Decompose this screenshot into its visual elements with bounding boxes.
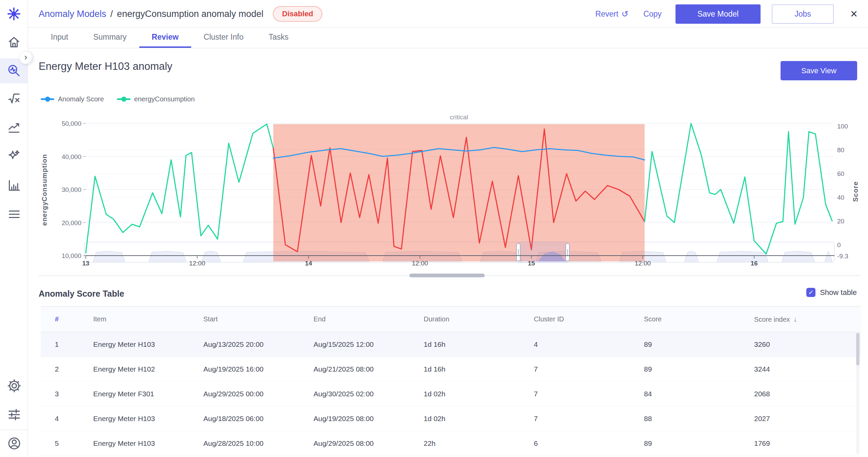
left-axis-label: 10,000 — [62, 252, 81, 259]
account-icon — [7, 436, 21, 451]
cell-score-index: 1769 — [734, 439, 861, 448]
cell-score: 89 — [624, 340, 734, 349]
cell-start: Aug/13/2025 20:00 — [183, 340, 293, 349]
column-header-score-index[interactable]: Score index↓ — [734, 315, 861, 323]
breadcrumb-separator: / — [110, 9, 113, 19]
nav-list-icon — [7, 207, 21, 221]
table-section-title: Anomaly Score Table — [39, 289, 124, 299]
cell-cluster-id: 7 — [513, 415, 624, 423]
cell-item: Energy Meter H102 — [73, 365, 183, 373]
right-axis-label: 80 — [837, 146, 844, 154]
save-model-button[interactable]: Save Model — [675, 4, 761, 24]
cell-item: Energy Meter H103 — [73, 415, 183, 423]
revert-button[interactable]: Revert ↺ — [596, 9, 629, 19]
breadcrumb-link[interactable]: Anomaly Models — [39, 9, 106, 19]
cell-score-index: 3260 — [734, 340, 861, 349]
cell--: 5 — [41, 439, 73, 448]
chart-scrollbar-thumb[interactable] — [409, 274, 485, 277]
column-header-cluster-id[interactable]: Cluster ID — [513, 315, 624, 323]
x-axis-label[interactable]: 14 — [305, 260, 312, 267]
cell-start: Aug/28/2025 10:00 — [183, 439, 293, 448]
cell-item: Energy Meter F301 — [73, 390, 183, 398]
close-icon[interactable]: × — [850, 8, 857, 20]
column-header-start[interactable]: Start — [183, 315, 293, 323]
tab-input[interactable]: Input — [38, 28, 81, 48]
right-axis-label: 20 — [837, 218, 844, 225]
legend-energyconsumption[interactable]: energyConsumption — [117, 95, 195, 103]
sidebar-divider — [0, 430, 28, 430]
column-header-score[interactable]: Score — [624, 315, 734, 323]
sidebar-item-account[interactable] — [0, 431, 28, 456]
sidebar-item-trend-metrics[interactable] — [0, 115, 28, 140]
sidebar-item-nav-list[interactable] — [0, 202, 28, 227]
settings-icon — [7, 379, 21, 393]
bar-chart-icon — [7, 179, 21, 193]
save-view-button[interactable]: Save View — [781, 61, 857, 80]
table-row[interactable]: 5Energy Meter H103Aug/28/2025 10:00Aug/2… — [41, 431, 861, 456]
x-axis-label[interactable]: 15 — [528, 260, 535, 267]
show-table-label: Show table — [820, 288, 857, 297]
table-row[interactable]: 1Energy Meter H103Aug/13/2025 20:00Aug/1… — [41, 332, 861, 357]
left-axis-label: 40,000 — [62, 153, 81, 160]
cell-start: Aug/18/2025 06:00 — [183, 415, 293, 423]
cell-cluster-id: 4 — [513, 340, 624, 349]
sidebar-item-settings[interactable] — [0, 373, 28, 398]
x-axis-label[interactable]: 13 — [82, 260, 89, 267]
status-badge: Disabled — [273, 6, 322, 22]
x-axis-label[interactable]: 12:00 — [635, 260, 651, 267]
tab-cluster-info[interactable]: Cluster Info — [191, 28, 256, 48]
tab-tasks[interactable]: Tasks — [256, 28, 301, 48]
cell-cluster-id: 7 — [513, 390, 624, 398]
cell-end: Aug/21/2025 08:00 — [293, 365, 403, 373]
table-scrollbar-thumb[interactable] — [856, 333, 860, 365]
breadcrumb: Anomaly Models / energyConsumption anoma… — [39, 0, 322, 28]
cell-end: Aug/29/2025 08:00 — [293, 439, 403, 448]
top-header: Anomaly Models / energyConsumption anoma… — [28, 0, 868, 28]
cell-duration: 1d 02h — [403, 415, 513, 423]
cell-cluster-id: 6 — [513, 439, 624, 448]
tab-summary[interactable]: Summary — [81, 28, 139, 48]
sidebar-expand-button[interactable]: › — [19, 51, 32, 64]
column-header-end[interactable]: End — [293, 315, 403, 323]
cell-score-index: 2027 — [734, 415, 861, 423]
tab-review[interactable]: Review — [139, 28, 191, 48]
cell--: 1 — [41, 340, 73, 349]
sidebar-item-preferences[interactable] — [0, 402, 28, 427]
cell-score: 89 — [624, 439, 734, 448]
formula-icon — [7, 92, 21, 106]
x-axis-label[interactable]: 12:00 — [412, 260, 428, 267]
x-axis-label[interactable]: 12:00 — [189, 260, 205, 267]
left-axis-label: 50,000 — [62, 120, 81, 127]
breadcrumb-current: energyConsumption anomaly model — [117, 9, 263, 19]
anomaly-chart[interactable]: critical1312:001412:001512:001650,00040,… — [0, 112, 868, 283]
column-header--[interactable]: # — [41, 315, 73, 323]
legend-anomaly-score[interactable]: Anomaly Score — [41, 95, 104, 103]
legend-marker-icon — [117, 98, 130, 100]
show-table-toggle[interactable]: ✓ Show table — [806, 288, 857, 297]
table-row[interactable]: 2Energy Meter H102Aug/19/2025 16:00Aug/2… — [41, 357, 861, 382]
chart-legend: Anomaly ScoreenergyConsumption — [41, 95, 195, 103]
table-row[interactable]: 3Energy Meter F301Aug/29/2025 00:00Aug/3… — [41, 382, 861, 406]
copy-button[interactable]: Copy — [643, 9, 662, 19]
page-title: Energy Meter H103 anomaly — [39, 60, 173, 73]
sort-descending-icon[interactable]: ↓ — [793, 315, 797, 323]
checkbox-checked-icon[interactable]: ✓ — [806, 288, 815, 297]
critical-region[interactable] — [273, 124, 645, 261]
series-energyconsumption — [86, 124, 273, 253]
cell-end: Aug/30/2025 02:00 — [293, 390, 403, 398]
x-axis-label[interactable]: 16 — [751, 260, 758, 267]
right-axis-label: 40 — [837, 194, 844, 201]
sidebar-item-ai-sparkles[interactable] — [0, 144, 28, 169]
sidebar-item-formula[interactable] — [0, 86, 28, 112]
table-header-row: #ItemStartEndDurationCluster IDScoreScor… — [41, 306, 861, 332]
cell-start: Aug/29/2025 00:00 — [183, 390, 293, 398]
cell--: 2 — [41, 365, 73, 373]
revert-label: Revert — [596, 9, 619, 19]
column-header-duration[interactable]: Duration — [403, 315, 513, 323]
jobs-button[interactable]: Jobs — [772, 4, 834, 24]
sidebar-item-bar-chart[interactable] — [0, 173, 28, 198]
table-row[interactable]: 4Energy Meter H103Aug/18/2025 06:00Aug/1… — [41, 406, 861, 431]
column-header-item[interactable]: Item — [73, 315, 183, 323]
ai-sparkles-icon — [7, 150, 21, 164]
cell-duration: 1d 02h — [403, 390, 513, 398]
